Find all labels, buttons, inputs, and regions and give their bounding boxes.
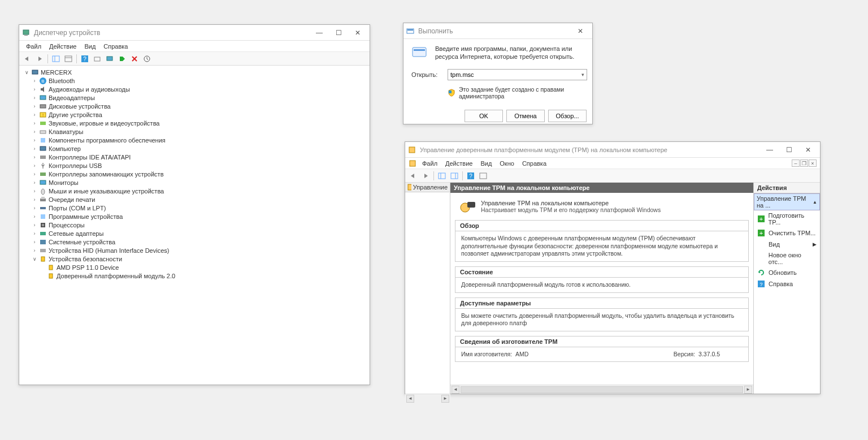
tree-node[interactable]: ›Контроллеры запоминающих устройств xyxy=(23,170,366,178)
tree-node[interactable]: ›Сетевые адаптеры xyxy=(23,229,366,238)
ok-button[interactable]: OK xyxy=(465,110,503,122)
tpmmmc-titlebar[interactable]: Управление доверенным платформенным моду… xyxy=(405,142,820,158)
mdi-close[interactable]: × xyxy=(809,159,817,167)
scroll-right[interactable]: ► xyxy=(441,395,449,403)
minimize-button[interactable]: — xyxy=(310,27,329,39)
expander-icon[interactable]: ∨ xyxy=(23,70,31,75)
uninstall-device-button[interactable] xyxy=(129,53,140,64)
expander-icon[interactable]: › xyxy=(31,222,38,228)
menu-window[interactable]: Окно xyxy=(496,159,518,168)
show-hide-tree-button[interactable] xyxy=(436,170,448,182)
collapse-icon[interactable]: ▲ xyxy=(813,200,817,205)
expander-icon[interactable]: › xyxy=(31,112,38,118)
tree-node[interactable]: ›Компьютер xyxy=(23,144,366,153)
close-button[interactable]: ✕ xyxy=(348,27,367,39)
left-scrollbar[interactable]: ◄ ► xyxy=(405,394,450,403)
action-item[interactable]: ?Справка xyxy=(754,278,820,290)
tree-node[interactable]: ›Клавиатуры xyxy=(23,127,366,136)
expander-icon[interactable]: › xyxy=(31,188,38,194)
scan-changes-button[interactable] xyxy=(141,53,153,64)
expander-icon[interactable]: › xyxy=(31,171,38,177)
tree-node[interactable]: ›Системные устройства xyxy=(23,238,366,246)
expander-icon[interactable]: › xyxy=(31,120,38,126)
menu-file[interactable]: Файл xyxy=(23,42,45,51)
back-button[interactable] xyxy=(21,53,33,64)
expander-icon[interactable]: › xyxy=(31,180,38,186)
actions-subheader[interactable]: Управление TPM на ... ▲ xyxy=(754,193,820,210)
tree-root[interactable]: ∨MERCERX xyxy=(23,68,366,76)
expander-icon[interactable]: › xyxy=(31,214,38,219)
tree-node[interactable]: ›Очереди печати xyxy=(23,195,366,204)
action-item[interactable]: Новое окно отс... xyxy=(754,250,820,267)
help-button[interactable]: ? xyxy=(79,53,90,64)
browse-button[interactable]: Обзор... xyxy=(548,110,587,122)
tree-node[interactable]: ›Звуковые, игровые и видеоустройства xyxy=(23,119,366,127)
center-scrollbar[interactable]: ◄ ► xyxy=(450,385,753,394)
back-button[interactable] xyxy=(407,170,419,182)
devmgr-titlebar[interactable]: Диспетчер устройств — ☐ ✕ xyxy=(19,25,370,41)
tree-node[interactable]: ›Мыши и иные указывающие устройства xyxy=(23,187,366,195)
expander-icon[interactable]: › xyxy=(31,137,38,143)
maximize-button[interactable]: ☐ xyxy=(329,27,348,39)
forward-button[interactable] xyxy=(420,170,431,182)
scroll-left[interactable]: ◄ xyxy=(452,386,459,394)
forward-button[interactable] xyxy=(34,53,45,64)
menu-action[interactable]: Действие xyxy=(442,159,476,168)
menu-help[interactable]: Справка xyxy=(100,42,131,51)
menu-view[interactable]: Вид xyxy=(477,159,495,168)
scan-hardware-button[interactable] xyxy=(92,53,103,64)
expander-icon[interactable]: › xyxy=(31,239,38,245)
console-tree-pane[interactable]: Управление xyxy=(405,183,450,394)
scroll-left[interactable]: ◄ xyxy=(406,395,414,403)
tree-node[interactable]: ›Процессоры xyxy=(23,221,366,229)
tree-node[interactable]: ›Контроллеры USB xyxy=(23,161,366,170)
tree-node[interactable]: ›Контроллеры IDE ATA/ATAPI xyxy=(23,153,366,161)
rundlg-titlebar[interactable]: Выполнить ✕ xyxy=(403,23,592,39)
close-button[interactable]: ✕ xyxy=(798,144,818,156)
expander-icon[interactable]: › xyxy=(31,87,38,92)
close-button[interactable]: ✕ xyxy=(571,25,590,37)
device-tree[interactable]: ∨MERCERX›BBluetooth›Аудиовходы и аудиовы… xyxy=(19,66,370,385)
dropdown-icon[interactable]: ▾ xyxy=(581,72,584,77)
tree-node[interactable]: ›Дисковые устройства xyxy=(23,102,366,110)
action-item[interactable]: +Подготовить TP... xyxy=(754,210,820,227)
expander-icon[interactable]: › xyxy=(31,248,38,253)
enable-device-button[interactable] xyxy=(116,53,128,64)
show-hide-action-button[interactable] xyxy=(449,170,460,182)
tree-node[interactable]: ›Мониторы xyxy=(23,178,366,187)
mdi-restore[interactable]: ❐ xyxy=(800,159,808,167)
console-tree-root[interactable]: Управление xyxy=(405,183,450,192)
scroll-right[interactable]: ► xyxy=(744,386,752,394)
expander-icon[interactable]: ∨ xyxy=(31,256,38,262)
tree-node-security[interactable]: ∨Устройства безопасности xyxy=(23,254,366,263)
cancel-button[interactable]: Отмена xyxy=(506,110,545,122)
tree-node[interactable]: ›BBluetooth xyxy=(23,76,366,85)
tree-node[interactable]: ›Порты (COM и LPT) xyxy=(23,204,366,212)
show-hide-tree-button[interactable] xyxy=(50,53,62,64)
menu-help[interactable]: Справка xyxy=(519,159,550,168)
expander-icon[interactable]: › xyxy=(31,129,38,135)
help-button[interactable]: ? xyxy=(465,170,476,182)
update-driver-button[interactable] xyxy=(104,53,115,64)
tree-node[interactable]: ›Компоненты программного обеспечения xyxy=(23,136,366,144)
action-item[interactable]: +Очистить TPM... xyxy=(754,227,820,239)
expander-icon[interactable]: › xyxy=(31,197,38,202)
menu-file[interactable]: Файл xyxy=(419,159,441,168)
tree-leaf[interactable]: Доверенный платформенный модуль 2.0 xyxy=(23,271,366,280)
expander-icon[interactable]: › xyxy=(31,231,38,236)
tree-node[interactable]: ›Устройства HID (Human Interface Devices… xyxy=(23,246,366,254)
properties-button[interactable] xyxy=(478,170,489,182)
properties-button[interactable] xyxy=(63,53,74,64)
expander-icon[interactable]: › xyxy=(31,205,38,211)
menu-view[interactable]: Вид xyxy=(81,42,99,51)
tree-node[interactable]: ›Аудиовходы и аудиовыходы xyxy=(23,85,366,93)
maximize-button[interactable]: ☐ xyxy=(779,144,798,156)
mdi-minimize[interactable]: – xyxy=(792,159,800,167)
menu-action[interactable]: Действие xyxy=(46,42,80,51)
tree-node[interactable]: ›!Другие устройства xyxy=(23,110,366,119)
expander-icon[interactable]: › xyxy=(31,103,38,109)
expander-icon[interactable]: › xyxy=(31,95,38,101)
action-item[interactable]: Вид▶ xyxy=(754,239,820,250)
tree-leaf[interactable]: AMD PSP 11.0 Device xyxy=(23,263,366,271)
action-item[interactable]: Обновить xyxy=(754,267,820,278)
